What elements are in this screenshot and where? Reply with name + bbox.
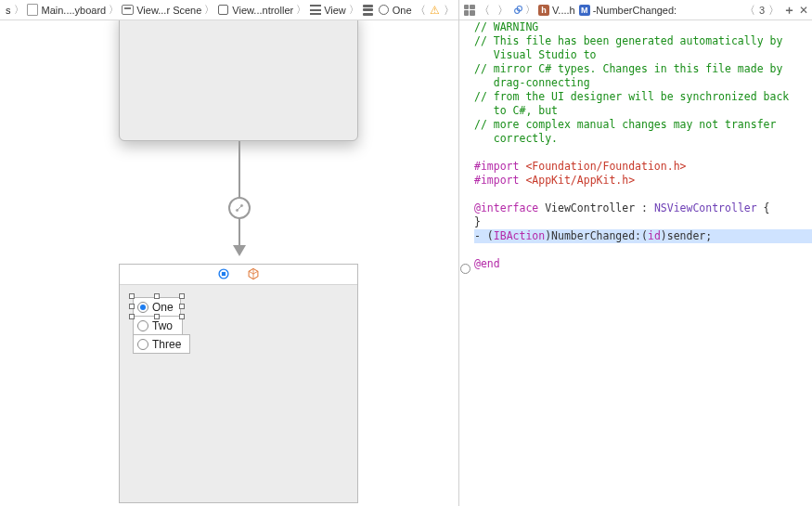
bc-storyboard[interactable]: Main....yboard (25, 4, 109, 16)
square-icon (217, 4, 229, 16)
code-token: @end (474, 257, 500, 270)
bc-method[interactable]: M -NumberChanged: (577, 5, 679, 16)
counterparts-icon[interactable] (512, 4, 524, 16)
code-token: { (757, 201, 770, 214)
radio-dot-icon (137, 320, 148, 331)
segue-circle-icon[interactable] (228, 197, 251, 219)
cube-icon[interactable] (247, 267, 260, 282)
bc-label: View...ntroller (232, 5, 293, 16)
code-token: NSViewController (654, 201, 757, 214)
add-editor-icon[interactable]: ＋ (783, 2, 795, 19)
left-breadcrumb: s 〉 Main....yboard 〉 View...r Scene 〉 Vi… (0, 0, 458, 20)
list-icon (309, 4, 321, 16)
code-token: <AppKit/AppKit.h> (525, 174, 635, 187)
right-breadcrumb: 〈 〉 〉 h V....h M -NumberChanged: 〈 3 〉 ＋… (459, 0, 812, 20)
document-icon (27, 4, 39, 16)
code-token: - ( (474, 229, 494, 242)
code-token: <Foundation/Foundation.h> (525, 160, 686, 173)
bc-sep: 〉 (348, 3, 360, 17)
code-comment: // from the UI designer will be synchron… (474, 90, 789, 103)
vstack-icon (362, 4, 374, 16)
warning-icon[interactable]: ⚠ (430, 5, 440, 16)
design-canvas[interactable]: One Two Three (0, 20, 458, 506)
bc-viewcontroller[interactable]: View...ntroller (215, 4, 295, 16)
svg-rect-3 (222, 271, 226, 275)
code-comment: // more complex manual changes may not t… (474, 118, 776, 131)
bc-label: -NumberChanged: (593, 5, 677, 16)
bc-stack[interactable] (360, 4, 376, 16)
bc-scene[interactable]: View...r Scene (120, 4, 203, 16)
counter-next-icon[interactable]: 〉 (768, 5, 780, 16)
code-token: #import (474, 174, 525, 187)
radio-label: One (152, 301, 174, 314)
code-token: IBAction (494, 229, 545, 242)
code-token: )NumberChanged:( (545, 229, 648, 242)
radio-icon (378, 4, 390, 16)
h-file-icon: h (538, 5, 549, 16)
radio-group[interactable]: One Two Three (133, 297, 190, 353)
code-comment: // mirror C# types. Changes in this file… (474, 62, 782, 75)
bc-sep: 〉 (203, 3, 215, 17)
code-comment: // This file has been generated automati… (474, 34, 782, 47)
radio-three[interactable]: Three (133, 334, 190, 354)
bc-one[interactable]: One (376, 4, 414, 16)
radio-dot-icon (137, 339, 148, 350)
bc-label: View...r Scene (136, 5, 201, 16)
counter-prev-icon[interactable]: 〈 (744, 5, 755, 16)
bc-file[interactable]: h V....h (536, 5, 577, 16)
method-icon: M (579, 5, 590, 16)
nav-back-icon[interactable]: 〈 (475, 5, 494, 16)
panel-header (120, 265, 357, 285)
radio-dot-icon (137, 302, 148, 313)
radio-label: Three (152, 338, 181, 351)
bc-view[interactable]: View (307, 4, 348, 16)
code-comment: correctly. (474, 132, 558, 145)
bc-label: One (393, 5, 412, 16)
code-token: ViewController : (538, 201, 654, 214)
code-comment: // WARNING (474, 20, 538, 33)
nav-forward-icon[interactable]: 〉 (494, 5, 512, 16)
bc-sep: 〉 (13, 3, 25, 17)
window-panel-top[interactable] (119, 20, 358, 141)
code-comment: Visual Studio to (474, 48, 597, 61)
code-token: } (474, 215, 481, 228)
bc-label: View (324, 5, 346, 16)
grid-icon[interactable] (463, 4, 475, 16)
code-gutter (459, 20, 472, 506)
radio-one[interactable]: One (133, 297, 181, 317)
chevron-right-icon[interactable]: 〉 (444, 5, 455, 16)
segue-connector (238, 141, 240, 264)
bc-label: Main....yboard (42, 5, 107, 16)
radio-two[interactable]: Two (133, 316, 183, 335)
code-token: #import (474, 160, 525, 173)
bc-sep: 〉 (108, 3, 120, 17)
close-editor-icon[interactable]: ✕ (799, 4, 808, 17)
counter-value: 3 (759, 5, 765, 16)
code-editor[interactable]: // WARNING // This file has been generat… (472, 20, 812, 506)
bc-label: V....h (552, 5, 575, 16)
bc-sep: 〉 (524, 3, 536, 17)
code-comment: to C#, but (474, 104, 558, 117)
radio-label: Two (152, 319, 173, 332)
code-token: @interface (474, 201, 538, 214)
bc-sep: 〉 (295, 3, 307, 17)
arrow-down-icon (233, 245, 246, 256)
highlighted-line[interactable]: - (IBAction)NumberChanged:(id)sender; (474, 229, 812, 243)
view-panel[interactable]: One Two Three (119, 264, 358, 503)
bc-root[interactable]: s (4, 5, 13, 16)
code-token: id (648, 229, 661, 242)
code-token: )sender; (661, 229, 712, 242)
stop-icon[interactable] (217, 267, 230, 282)
chevron-left-icon[interactable]: 〈 (415, 5, 426, 16)
code-comment: drag-connecting (474, 76, 590, 89)
connection-indicator-icon[interactable] (460, 264, 470, 274)
scene-icon (122, 4, 134, 16)
